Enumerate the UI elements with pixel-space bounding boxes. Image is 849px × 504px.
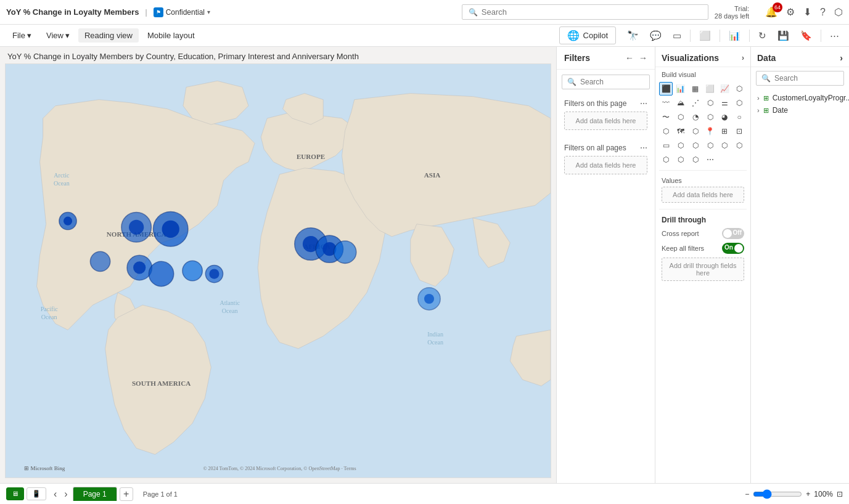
mobile-layout-button[interactable]: Mobile layout [141, 28, 201, 43]
data-search-box[interactable]: 🔍 [756, 71, 844, 86]
map-bubble [183, 261, 202, 280]
share-icon[interactable]: ⬡ [834, 6, 843, 18]
bookmark-icon[interactable]: 🔖 [797, 28, 816, 44]
next-page-button[interactable]: › [62, 487, 70, 501]
copilot-button[interactable]: 🌐 Copilot [559, 26, 616, 44]
add-page-button[interactable]: + [120, 487, 133, 501]
viz-donut-type[interactable]: ○ [732, 110, 746, 124]
viz-ai-type[interactable]: ⬡ [674, 153, 687, 166]
refresh-icon[interactable]: ↻ [755, 28, 770, 44]
viz-area-chart-type[interactable]: ⬡ [732, 82, 746, 96]
viz-table-type[interactable]: ⊞ [718, 124, 731, 138]
viz-power-apps-type[interactable]: ⬡ [689, 153, 702, 166]
prev-page-button[interactable]: ‹ [51, 487, 59, 501]
values-label: Values [662, 177, 744, 184]
filters-on-page-drop-area[interactable]: Add data fields here [564, 112, 647, 130]
help-icon[interactable]: ? [820, 7, 826, 18]
viz-panel-header: Visualizations › [655, 47, 750, 67]
drill-through-drop-area[interactable]: Add drill through fields here [662, 258, 744, 281]
filters-on-all-pages-drop-area[interactable]: Add data fields here [564, 156, 647, 174]
viz-bar-chart-type[interactable]: 📊 [674, 82, 687, 96]
viz-funnel-type[interactable]: ⬡ [674, 110, 687, 124]
map-bubble [334, 241, 356, 263]
values-drop-area[interactable]: Add data fields here [662, 187, 744, 203]
svg-text:Ocean: Ocean [54, 180, 70, 187]
visual-on-icon[interactable]: 📊 [725, 28, 744, 44]
viz-100pct-bar-type[interactable]: ⬜ [703, 82, 717, 96]
viz-multirow-card-type[interactable]: ⬡ [674, 139, 687, 152]
viz-ribbon-type[interactable]: 〜 [659, 110, 673, 124]
viz-card-type[interactable]: ▭ [659, 139, 673, 152]
viz-kpi-type[interactable]: ⬡ [703, 110, 717, 124]
page-tab[interactable]: Page 1 [73, 487, 117, 501]
filter-forward-icon[interactable]: → [639, 53, 647, 63]
fit-page-icon[interactable]: ⊡ [837, 490, 843, 498]
viz-paginated-type[interactable]: ⬡ [659, 153, 673, 166]
expand-icon[interactable]: › [840, 53, 843, 63]
viz-stacked-bar-type[interactable]: ▦ [689, 82, 702, 96]
viz-azure-map-type[interactable]: 📍 [703, 124, 717, 138]
viz-shape-map-type[interactable]: ⬡ [689, 124, 702, 138]
desktop-view-button[interactable]: 🖥 [6, 487, 24, 500]
map-bubble-inner [129, 220, 144, 235]
global-search-box[interactable]: 🔍 [462, 4, 708, 20]
viz-line-type2[interactable]: 〰 [659, 96, 673, 110]
map-bubble-inner [209, 269, 219, 278]
view-menu[interactable]: View ▾ [40, 28, 76, 43]
notification-icon[interactable]: 🔔 64 [765, 6, 777, 18]
text-box-icon[interactable]: ▭ [669, 28, 685, 44]
viz-tree-type[interactable]: ⬡ [659, 124, 673, 138]
viz-more-icon[interactable]: ⋯ [703, 153, 717, 166]
viz-map-bubble-type[interactable]: ⬛ [659, 82, 673, 96]
viz-scatter-type[interactable]: ⋰ [689, 96, 702, 110]
save-icon[interactable]: 💾 [774, 28, 793, 44]
viz-decomp-type[interactable]: ⬡ [703, 139, 717, 152]
zoom-out-icon[interactable]: − [745, 490, 749, 498]
viz-gauge-type[interactable]: ◔ [689, 110, 702, 124]
viz-waterfall-type[interactable]: ⬡ [732, 96, 746, 110]
search-input[interactable] [482, 7, 702, 17]
viz-smart-narrative-type[interactable]: ⬡ [732, 139, 746, 152]
chevron-down-icon[interactable]: ▾ [207, 9, 210, 15]
binoculars-icon[interactable]: 🔭 [623, 28, 642, 44]
viz-heat-type[interactable]: ⬡ [703, 96, 717, 110]
comment-icon[interactable]: 💬 [646, 28, 665, 44]
more-options-icon[interactable]: ⋯ [826, 28, 843, 44]
viz-matrix-type[interactable]: ⊡ [732, 124, 746, 138]
zoom-slider[interactable] [753, 489, 802, 499]
more-options-icon[interactable]: ⋯ [640, 144, 647, 152]
file-menu[interactable]: File ▾ [6, 28, 38, 43]
page-navigation: ‹ › Page 1 + [51, 487, 133, 501]
viz-qa-type[interactable]: ⬡ [718, 139, 731, 152]
cross-report-toggle[interactable]: Off [722, 228, 744, 239]
more-options-icon[interactable]: ⋯ [640, 99, 647, 108]
zoom-in-icon[interactable]: + [806, 490, 810, 498]
viz-combo-type[interactable]: ⚌ [718, 96, 731, 110]
viz-line-chart-type[interactable]: 📈 [718, 82, 731, 96]
map-visual[interactable]: NORTH AMERICA SOUTH AMERICA AFRICA ASIA … [5, 63, 551, 478]
expand-icon[interactable]: › [742, 54, 744, 62]
filter-back-icon[interactable]: ← [625, 53, 634, 63]
toggle-knob [734, 244, 743, 253]
data-search-input[interactable] [774, 74, 839, 83]
mobile-view-button[interactable]: 📱 [27, 487, 46, 500]
settings-icon[interactable]: ⚙ [786, 6, 795, 18]
viz-map-filled-type[interactable]: 🗺 [674, 124, 687, 138]
view-buttons: 🖥 📱 [6, 487, 46, 500]
viz-divider2 [659, 209, 747, 209]
report-title-topbar: YoY % Change in Loyalty Members [6, 7, 139, 17]
viz-slicer-type[interactable]: ⬡ [689, 139, 702, 152]
viz-pie-type[interactable]: ◕ [718, 110, 731, 124]
data-tree-item[interactable]: › ⊞ CustomerLoyaltyProgr... [751, 92, 849, 104]
main-area: YoY % Change in Loyalty Members by Count… [0, 47, 849, 483]
filter-search-input[interactable] [580, 78, 644, 86]
data-tree-item[interactable]: › ⊞ Date [751, 104, 849, 116]
filter-search-box[interactable]: 🔍 [562, 75, 650, 89]
viz-mountain-type[interactable]: ⛰ [674, 96, 687, 110]
reading-view-button[interactable]: Reading view [78, 28, 139, 43]
pane-icon[interactable]: ⬜ [695, 28, 715, 44]
download-icon[interactable]: ⬇ [803, 6, 811, 18]
menu-bar: File ▾ View ▾ Reading view Mobile layout… [0, 25, 849, 47]
keep-all-filters-toggle[interactable]: On [722, 243, 744, 254]
toggle-off-text: Off [733, 229, 742, 236]
